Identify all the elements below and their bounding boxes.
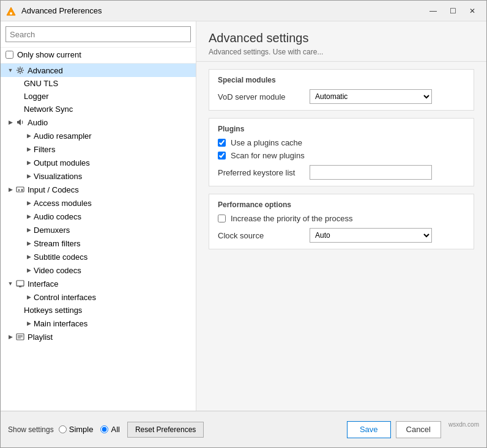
tree-item-access-modules[interactable]: ▶ Access modules [1, 196, 196, 210]
expand-arrow-video-codecs: ▶ [24, 265, 34, 275]
tree-item-playlist[interactable]: ▶ Playlist [1, 330, 196, 343]
svg-rect-3 [17, 187, 24, 192]
search-input[interactable] [6, 26, 191, 42]
tree-item-audio-codecs[interactable]: ▶ Audio codecs [1, 210, 196, 223]
main-content: Only show current ▼ Advanced GNU TLS Log… [1, 21, 486, 411]
field-row-keystore: Preferred keystore list [218, 165, 465, 180]
expand-arrow-access-modules: ▶ [24, 198, 34, 208]
minimize-button[interactable]: — [424, 2, 442, 20]
tree-item-hotkeys-settings[interactable]: Hotkeys settings [1, 304, 196, 317]
scan-plugins-label: Scan for new plugins [231, 151, 305, 160]
right-header: Advanced settings Advanced settings. Use… [196, 21, 486, 62]
expand-arrow-stream-filters: ▶ [24, 238, 34, 248]
app-window: Advanced Preferences — ☐ ✕ Only show cur… [0, 0, 487, 448]
keystore-input[interactable] [310, 165, 432, 180]
svg-point-2 [19, 69, 22, 72]
app-icon [6, 6, 17, 17]
footer-right: Save Cancel wsxdn.com [347, 421, 479, 438]
section-special-modules: Special modules VoD server module Automa… [209, 69, 474, 111]
window-title: Advanced Preferences [21, 6, 424, 15]
radio-all[interactable]: All [100, 425, 119, 434]
radio-simple-label: Simple [69, 425, 94, 434]
clock-source-label: Clock source [218, 231, 303, 240]
plugins-cache-checkbox[interactable] [218, 139, 226, 147]
priority-checkbox[interactable] [218, 215, 226, 222]
tree-label-video-codecs: Video codecs [34, 266, 81, 275]
interface-icon [15, 279, 25, 288]
radio-all-label: All [111, 425, 119, 434]
audio-icon [15, 117, 25, 127]
keystore-label: Preferred keystore list [218, 168, 303, 177]
close-button[interactable]: ✕ [463, 2, 481, 20]
tree-label-gnu-tls: GNU TLS [24, 79, 58, 88]
tree-item-stream-filters[interactable]: ▶ Stream filters [1, 237, 196, 250]
tree-label-audio-resampler: Audio resampler [34, 131, 92, 141]
scan-plugins-checkbox[interactable] [218, 152, 226, 160]
radio-simple-input[interactable] [59, 425, 67, 433]
expand-arrow-main-interfaces: ▶ [24, 318, 34, 328]
tree-label-audio: Audio [28, 118, 48, 127]
tree-label-hotkeys-settings: Hotkeys settings [24, 306, 82, 315]
cancel-button[interactable]: Cancel [396, 421, 441, 438]
plugins-cache-row: Use a plugins cache [218, 138, 465, 147]
tree-label-access-modules: Access modules [34, 199, 92, 208]
tree-label-network-sync: Network Sync [24, 105, 73, 114]
plugins-cache-label: Use a plugins cache [231, 138, 302, 147]
tree-item-control-interfaces[interactable]: ▶ Control interfaces [1, 290, 196, 304]
expand-arrow-playlist: ▶ [6, 332, 15, 342]
maximize-button[interactable]: ☐ [444, 2, 462, 20]
tree-item-filters[interactable]: ▶ Filters [1, 142, 196, 156]
expand-arrow-input-codecs: ▶ [6, 185, 15, 194]
tree-item-demuxers[interactable]: ▶ Demuxers [1, 223, 196, 237]
section-title-performance: Performance options [218, 200, 465, 209]
section-title-special-modules: Special modules [218, 76, 465, 84]
show-current-checkbox[interactable] [6, 51, 13, 59]
reset-preferences-button[interactable]: Reset Preferences [127, 422, 204, 438]
tree-item-subtitle-codecs[interactable]: ▶ Subtitle codecs [1, 250, 196, 263]
tree-label-main-interfaces: Main interfaces [34, 319, 87, 328]
right-panel: Advanced settings Advanced settings. Use… [196, 21, 486, 411]
settings-body: Special modules VoD server module Automa… [196, 62, 486, 264]
expand-arrow-filters: ▶ [24, 144, 34, 154]
title-bar: Advanced Preferences — ☐ ✕ [1, 1, 486, 21]
window-controls: — ☐ ✕ [424, 2, 481, 20]
svg-rect-4 [21, 189, 23, 191]
vod-server-select[interactable]: Automatic None [310, 89, 432, 104]
tree-label-filters: Filters [34, 145, 55, 154]
section-performance: Performance options Increase the priorit… [209, 194, 474, 249]
tree-item-audio[interactable]: ▶ Audio [1, 116, 196, 129]
footer: Show settings Simple All Reset Preferenc… [1, 411, 486, 447]
expand-arrow-audio-codecs: ▶ [24, 211, 34, 221]
watermark: wsxdn.com [448, 421, 479, 438]
priority-row: Increase the priority of the process [218, 214, 465, 223]
expand-arrow-advanced: ▼ [6, 65, 15, 75]
tree-label-interface: Interface [28, 279, 59, 288]
tree-item-network-sync[interactable]: Network Sync [1, 103, 196, 116]
tree-item-video-codecs[interactable]: ▶ Video codecs [1, 263, 196, 277]
expand-arrow-output-modules: ▶ [24, 158, 34, 167]
tree-container[interactable]: ▼ Advanced GNU TLS Logger Network Sync [1, 64, 196, 411]
show-current-row: Only show current [1, 48, 196, 64]
expand-arrow-subtitle-codecs: ▶ [24, 252, 34, 262]
tree-label-advanced: Advanced [28, 66, 63, 75]
tree-item-audio-resampler[interactable]: ▶ Audio resampler [1, 129, 196, 142]
tree-label-playlist: Playlist [28, 332, 53, 342]
expand-arrow-interface: ▼ [6, 279, 15, 288]
tree-item-output-modules[interactable]: ▶ Output modules [1, 156, 196, 169]
tree-item-advanced[interactable]: ▼ Advanced [1, 64, 196, 77]
clock-source-select[interactable]: Auto System [310, 228, 432, 243]
radio-simple[interactable]: Simple [59, 425, 94, 434]
field-row-clock: Clock source Auto System [218, 228, 465, 243]
tree-item-logger[interactable]: Logger [1, 90, 196, 103]
tree-label-demuxers: Demuxers [34, 226, 70, 235]
section-plugins: Plugins Use a plugins cache Scan for new… [209, 118, 474, 186]
tree-label-audio-codecs: Audio codecs [34, 212, 81, 221]
tree-item-input-codecs[interactable]: ▶ Input / Codecs [1, 183, 196, 196]
tree-item-gnu-tls[interactable]: GNU TLS [1, 77, 196, 90]
save-button[interactable]: Save [347, 421, 391, 438]
tree-item-visualizations[interactable]: ▶ Visualizations [1, 169, 196, 183]
tree-item-interface[interactable]: ▼ Interface [1, 277, 196, 290]
tree-label-subtitle-codecs: Subtitle codecs [34, 252, 87, 262]
tree-item-main-interfaces[interactable]: ▶ Main interfaces [1, 317, 196, 330]
radio-all-input[interactable] [100, 425, 108, 433]
